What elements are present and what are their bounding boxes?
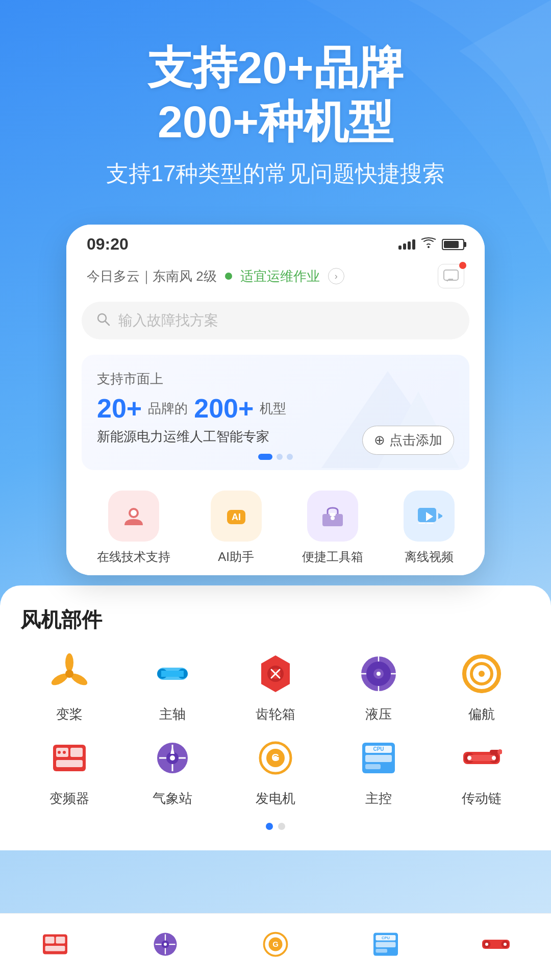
action-online-support-label: 在线技术支持 xyxy=(97,549,170,565)
ai-icon-wrap: AI xyxy=(211,491,262,542)
message-notification-dot xyxy=(459,262,466,269)
svg-rect-70 xyxy=(45,937,55,944)
components-grid: 变桨 主轴 齿轮箱 xyxy=(20,649,531,807)
banner-dot-3[interactable] xyxy=(287,454,293,460)
yeya-label: 液压 xyxy=(365,705,392,723)
banner-add-button[interactable]: ⊕ 点击添加 xyxy=(362,426,454,455)
banner-dot-1[interactable] xyxy=(258,454,272,460)
nav-item-fadianji[interactable]: G xyxy=(255,924,296,965)
pianhang-label: 偏航 xyxy=(468,705,495,723)
svg-rect-11 xyxy=(330,513,336,516)
status-time: 09:20 xyxy=(87,235,129,254)
battery-icon xyxy=(442,239,464,250)
pianhang-icon xyxy=(457,649,506,698)
components-title: 风机部件 xyxy=(20,606,531,634)
online-support-icon-wrap xyxy=(108,491,159,542)
components-pagination xyxy=(20,823,531,830)
action-ai-assistant[interactable]: AI AI助手 xyxy=(211,491,262,565)
hero-subtitle: 支持17种类型的常见问题快捷搜索 xyxy=(20,159,531,189)
svg-point-55 xyxy=(273,756,278,760)
component-zhuzou[interactable]: 主轴 xyxy=(123,649,221,723)
svg-marker-14 xyxy=(438,513,442,519)
svg-point-40 xyxy=(462,672,466,676)
bianjian-label: 变桨 xyxy=(56,705,83,723)
action-online-support[interactable]: 在线技术支持 xyxy=(97,491,170,565)
bottom-navigation: G CPU xyxy=(0,913,551,980)
bianpinqi-icon xyxy=(45,733,94,782)
banner-dot-2[interactable] xyxy=(277,454,283,460)
svg-point-16 xyxy=(65,653,73,672)
qixiangzhan-label: 气象站 xyxy=(153,790,192,807)
hero-section: 支持20+品牌 200+种机型 支持17种类型的常见问题快捷搜索 xyxy=(0,0,551,209)
fadianji-label: 发电机 xyxy=(256,790,295,807)
bianjian-icon xyxy=(45,649,94,698)
component-yeya[interactable]: 液压 xyxy=(330,649,428,723)
banner-add-icon: ⊕ xyxy=(374,432,385,448)
svg-rect-59 xyxy=(365,764,381,769)
bianpinqi-label: 变频器 xyxy=(49,790,89,807)
video-icon-wrap xyxy=(404,491,455,542)
quick-actions-section: 在线技术支持 AI AI助手 便捷工具箱 xyxy=(66,475,485,575)
wifi-icon xyxy=(421,237,436,252)
svg-point-47 xyxy=(63,751,66,754)
nav-item-bianpinqi[interactable] xyxy=(35,924,76,965)
components-dot-1[interactable] xyxy=(266,823,273,830)
hero-title-line1: 支持20+品牌 xyxy=(20,41,531,95)
svg-point-39 xyxy=(480,689,484,693)
chuandong-icon xyxy=(457,733,506,782)
svg-point-50 xyxy=(170,755,175,761)
component-qixiangzhan[interactable]: 气象站 xyxy=(123,733,221,807)
banner-card: 支持市面上 20+ 品牌的 200+ 机型 新能源电力运维人工智能专家 ⊕ 点击… xyxy=(82,355,469,470)
svg-rect-45 xyxy=(56,760,83,767)
nav-bianpinqi-icon xyxy=(35,924,76,965)
component-pianhang[interactable]: 偏航 xyxy=(433,649,531,723)
phone-mockup: 09:20 今日多云｜东南风 2级 适宜运维作业 › xyxy=(66,225,485,575)
chuandong-label: 传动链 xyxy=(462,790,502,807)
svg-text:CPU: CPU xyxy=(382,936,390,940)
component-fadianji[interactable]: G 发电机 xyxy=(227,733,324,807)
svg-rect-82 xyxy=(376,949,388,953)
svg-point-87 xyxy=(485,943,488,946)
qixiangzhan-icon xyxy=(148,733,197,782)
search-bar[interactable]: 输入故障找方案 xyxy=(82,302,469,339)
nav-item-chuandong[interactable] xyxy=(475,924,516,965)
svg-line-3 xyxy=(105,321,109,325)
banner-num2: 200+ xyxy=(194,393,254,424)
svg-rect-58 xyxy=(365,755,392,762)
nav-item-zhukong[interactable]: CPU xyxy=(365,924,406,965)
svg-point-41 xyxy=(497,672,501,676)
svg-point-0 xyxy=(428,246,430,248)
weather-status: 适宜运维作业 xyxy=(240,267,320,285)
message-button[interactable] xyxy=(438,264,464,288)
fadianji-icon: G xyxy=(251,733,300,782)
component-chuandong[interactable]: 传动链 xyxy=(433,733,531,807)
nav-chuandong-icon xyxy=(475,924,516,965)
component-bianpinqi[interactable]: 变频器 xyxy=(20,733,118,807)
action-toolbox[interactable]: 便捷工具箱 xyxy=(302,491,363,565)
banner-unit2: 机型 xyxy=(260,400,286,418)
component-chilunxiang[interactable]: 齿轮箱 xyxy=(227,649,324,723)
yeya-icon xyxy=(354,649,403,698)
svg-rect-64 xyxy=(468,755,495,761)
chilunxiang-label: 齿轮箱 xyxy=(256,705,295,723)
toolbox-icon-wrap xyxy=(307,491,358,542)
svg-point-46 xyxy=(58,751,61,754)
nav-zhukong-icon: CPU xyxy=(365,924,406,965)
search-bar-section: 输入故障找方案 xyxy=(66,297,485,350)
banner-add-label: 点击添加 xyxy=(389,431,442,449)
component-zhukong[interactable]: CPU 主控 xyxy=(330,733,428,807)
zhuzou-icon xyxy=(148,649,197,698)
action-offline-video[interactable]: 离线视频 xyxy=(404,491,455,565)
svg-point-75 xyxy=(164,943,167,946)
nav-item-qixiangzhan[interactable] xyxy=(145,924,186,965)
component-bianjian[interactable]: 变桨 xyxy=(20,649,118,723)
banner-num1: 20+ xyxy=(97,393,142,424)
chilunxiang-icon xyxy=(251,649,300,698)
svg-text:G: G xyxy=(272,940,279,948)
zhukong-icon: CPU xyxy=(354,733,403,782)
svg-point-38 xyxy=(480,654,484,658)
svg-point-66 xyxy=(492,756,496,760)
components-dot-2[interactable] xyxy=(278,823,285,830)
weather-arrow-button[interactable]: › xyxy=(328,268,344,284)
svg-point-30 xyxy=(377,672,381,676)
